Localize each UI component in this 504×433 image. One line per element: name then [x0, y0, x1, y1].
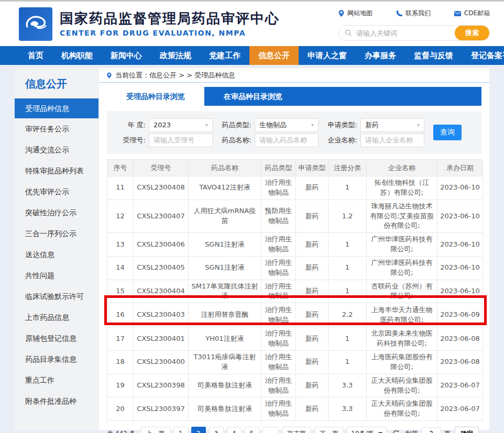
- cell-type: 治疗用生物制品: [261, 176, 296, 200]
- cell-date: 2023-06-10: [437, 280, 483, 303]
- sidebar-item-conditional-approval[interactable]: 附条件批准品种: [15, 391, 98, 412]
- cell-reg: 1: [328, 256, 367, 280]
- nav-item-applicant[interactable]: 申请人之窗: [299, 46, 356, 65]
- filter-company: 企业名称:: [325, 134, 424, 147]
- tab-accepted-catalog[interactable]: 受理品种目录浏览: [107, 87, 204, 106]
- next-page-button[interactable]: 下一页: [314, 427, 344, 433]
- sidebar-title: 信息公开: [15, 68, 98, 98]
- results-table: 序号 受理号 药品名称 药品类型 申请类型 注册分类 企业名称 承办日期 11C…: [107, 159, 483, 421]
- sidebar-item-accepted-varieties[interactable]: 受理品种信息: [15, 98, 98, 118]
- nav-item-services[interactable]: 办事服务: [356, 46, 405, 65]
- cell-apply: 新药: [296, 199, 328, 233]
- cell-no: CXSL2300397: [134, 397, 189, 421]
- cell-date: 2023-06-10: [437, 256, 483, 280]
- cell-name: SGN1注射液: [189, 233, 261, 257]
- mailbox-link[interactable]: CDE邮箱: [454, 9, 490, 18]
- cell-seq: 17: [107, 327, 134, 351]
- sidebar-item-drug-catalog[interactable]: 药品目录集信息: [15, 349, 98, 370]
- cell-company: 正大天晴药业集团股份有限公司;: [367, 397, 437, 421]
- sidebar-item-marketed-drugs[interactable]: 上市药品信息: [15, 307, 98, 328]
- cell-no: CXSL2300398: [134, 374, 189, 397]
- drug-name-label: 药品名称:: [219, 136, 251, 145]
- page-button-3[interactable]: 3: [209, 427, 224, 433]
- table-row: 19CXSL2300398司美格鲁肽注射液治疗用生物制品新药3.3正大天晴药业集…: [107, 374, 483, 397]
- cell-date: 2023-06-10: [437, 233, 483, 257]
- page-button-1[interactable]: 1: [173, 427, 188, 433]
- refresh-icon[interactable]: [392, 429, 400, 433]
- cell-apply: 新药: [296, 374, 328, 397]
- drug-name-input[interactable]: [255, 134, 319, 147]
- cell-apply: 新药: [296, 176, 328, 200]
- page-size-select[interactable]: 10条/页▼: [347, 427, 387, 433]
- sidebar-item-priority-review[interactable]: 优先审评公示: [15, 181, 98, 202]
- sidebar-item-common-issues[interactable]: 共性问题: [15, 265, 98, 286]
- sidebar-item-three-in-one[interactable]: 三合一序列公示: [15, 223, 98, 244]
- company-input[interactable]: [360, 134, 424, 147]
- sitemap-link[interactable]: 网站地图: [338, 9, 372, 18]
- sidebar-item-key-work[interactable]: 重点工作: [15, 370, 98, 391]
- sidebar-item-review-tasks[interactable]: 审评任务公示: [15, 118, 98, 139]
- chevron-down-icon: ▼: [378, 431, 382, 433]
- nav-item-org[interactable]: 机构职能: [52, 46, 102, 65]
- apply-type-label: 申请类型:: [325, 120, 357, 130]
- page-button-5[interactable]: 5: [245, 427, 259, 433]
- cell-company: 广州华津医药科技有限公司;: [367, 233, 437, 257]
- chevron-down-icon: ▾: [417, 122, 420, 128]
- nav-item-news[interactable]: 新闻中心: [102, 46, 151, 65]
- nav-item-home[interactable]: 首页: [19, 46, 52, 65]
- cell-type: 治疗用生物制品: [261, 303, 296, 327]
- filter-row-1: 年 度: 2023▾ 药品类型: 生物制品▾ 申请类型: 新药▾: [113, 118, 481, 132]
- main-panel: 当前位置：信息公开 > > 受理品种信息 受理品种目录浏览 在审品种目录浏览 年…: [98, 68, 490, 430]
- goto-page-label: 到第: [406, 429, 418, 433]
- cell-company: 拓创生物科技（江苏）有限公司;: [367, 176, 437, 200]
- cell-no: CXSL2300403: [134, 303, 189, 327]
- prev-page-button[interactable]: 上一页: [141, 427, 170, 433]
- table-row: 15CXSL2300404SM17单克隆抗体注射液治疗用生物制品新药1杏联药业（…: [107, 280, 483, 303]
- tab-under-review-catalog[interactable]: 在审品种目录浏览: [204, 87, 302, 106]
- sidebar-item-communication[interactable]: 沟通交流公示: [15, 139, 98, 160]
- table-row: 18CXSL2300400T3011疱疹病毒注射液治疗用生物制品新药1上海医药集…: [107, 350, 483, 374]
- sidebar-item-delivery-info[interactable]: 送达信息: [15, 244, 98, 265]
- confirm-button[interactable]: 确定: [455, 427, 479, 433]
- cell-no: CXSL2300400: [134, 350, 189, 374]
- cell-apply: 新药: [296, 280, 328, 303]
- cell-type: 治疗用生物制品: [261, 397, 296, 421]
- last-page-button[interactable]: 至末页: [282, 427, 311, 433]
- cell-date: 2023-06-09: [437, 303, 483, 327]
- page-button-2-active[interactable]: 2: [191, 427, 206, 433]
- cell-name: TAVO412注射液: [189, 176, 261, 200]
- col-acceptance-no: 受理号: [134, 160, 189, 176]
- search-input[interactable]: [352, 29, 455, 37]
- cell-reg: 1.2: [328, 199, 367, 233]
- sidebar-item-breakthrough-therapy[interactable]: 突破性治疗公示: [15, 202, 98, 223]
- year-label: 年 度:: [113, 120, 146, 130]
- filter-apply-type: 申请类型: 新药▾: [325, 118, 424, 132]
- cell-reg: 1: [328, 280, 367, 303]
- goto-page-input[interactable]: [421, 427, 441, 433]
- nav-item-supervision[interactable]: 监督与反馈: [405, 46, 462, 65]
- nav-item-info-disclosure[interactable]: 信息公开: [249, 46, 299, 65]
- pagination: 共 442 条 上一页 1 2 3 4 5 ... 至末页 下一页 10条/页▼…: [107, 427, 481, 433]
- apply-type-select[interactable]: 新药▾: [360, 118, 424, 132]
- query-button[interactable]: 查询: [433, 125, 462, 140]
- sidebar-item-excipients-registration[interactable]: 原辅包登记信息: [15, 328, 98, 349]
- cde-logo: [19, 7, 52, 41]
- cell-type: 治疗用生物制品: [261, 256, 296, 280]
- sidebar-item-clinical-trial-permit[interactable]: 临床试验默示许可: [15, 286, 98, 307]
- cell-name: SGN1注射液: [189, 256, 261, 280]
- cell-seq: 11: [107, 176, 134, 200]
- nav-item-registration-platform[interactable]: 登记备案平台: [462, 46, 504, 65]
- page-button-4[interactable]: 4: [227, 427, 242, 433]
- acceptance-no-input[interactable]: [149, 134, 213, 147]
- search-button[interactable]: 搜索: [455, 25, 489, 41]
- cell-name: 人用狂犬病mRNA疫苗: [189, 199, 261, 233]
- chevron-down-icon: ▾: [311, 122, 314, 128]
- cell-company: 杏联药业（苏州）有限公司;: [367, 280, 437, 303]
- nav-item-party[interactable]: 党建工作: [200, 46, 249, 65]
- drug-type-select[interactable]: 生物制品▾: [255, 118, 319, 132]
- nav-item-policy[interactable]: 政策法规: [151, 46, 200, 65]
- sidebar-item-special-approval[interactable]: 特殊审批品种列表: [15, 160, 98, 181]
- contact-link[interactable]: 联系我们: [396, 9, 431, 18]
- year-select[interactable]: 2023▾: [149, 118, 213, 132]
- page-ellipsis-button[interactable]: ...: [262, 427, 279, 433]
